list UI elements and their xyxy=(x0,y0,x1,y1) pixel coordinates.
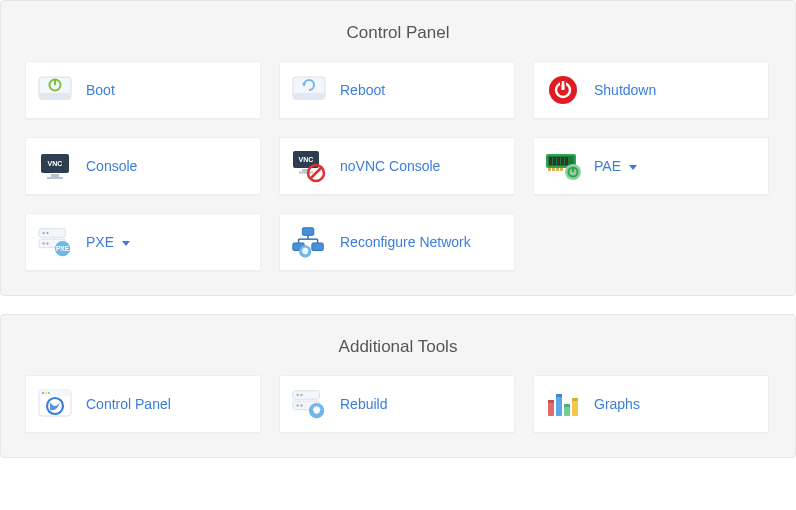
svg-rect-32 xyxy=(560,168,563,171)
additional-tools-grid: Control Panel xyxy=(25,375,771,433)
rebuild-button[interactable]: Rebuild xyxy=(279,375,515,433)
svg-rect-31 xyxy=(556,168,559,171)
svg-rect-44 xyxy=(302,228,313,236)
reboot-icon xyxy=(290,71,328,109)
svg-rect-5 xyxy=(293,93,325,100)
svg-point-38 xyxy=(42,232,44,234)
svg-point-55 xyxy=(42,392,44,394)
boot-button[interactable]: Boot xyxy=(25,61,261,119)
console-label: Console xyxy=(86,158,137,174)
svg-rect-46 xyxy=(312,243,323,251)
control-panel-icon xyxy=(36,385,74,423)
svg-rect-71 xyxy=(548,400,554,403)
section-title: Additional Tools xyxy=(25,327,771,375)
boot-label: Boot xyxy=(86,82,115,98)
section-title: Control Panel xyxy=(25,13,771,61)
svg-rect-1 xyxy=(39,93,71,100)
pxe-dropdown[interactable]: PXE PXE xyxy=(25,213,261,271)
reboot-label: Reboot xyxy=(340,82,385,98)
rebuild-icon xyxy=(290,385,328,423)
svg-rect-14 xyxy=(47,177,63,179)
svg-text:VNC: VNC xyxy=(299,156,314,163)
svg-text:PXE: PXE xyxy=(56,246,70,253)
graphs-label: Graphs xyxy=(594,396,640,412)
graphs-button[interactable]: Graphs xyxy=(533,375,769,433)
svg-point-41 xyxy=(46,242,48,244)
svg-rect-29 xyxy=(548,168,551,171)
control-panel-section: Control Panel Boot xyxy=(0,0,796,296)
svg-point-56 xyxy=(45,392,47,394)
pae-label: PAE xyxy=(594,158,637,174)
reboot-button[interactable]: Reboot xyxy=(279,61,515,119)
svg-rect-25 xyxy=(553,157,556,165)
svg-rect-13 xyxy=(51,174,59,177)
svg-rect-30 xyxy=(552,168,555,171)
svg-rect-24 xyxy=(549,157,552,165)
control-panel-grid: Boot Reboot xyxy=(25,61,771,271)
svg-rect-18 xyxy=(299,172,313,174)
control-panel-label: Control Panel xyxy=(86,396,171,412)
pxe-icon: PXE xyxy=(36,223,74,261)
boot-icon xyxy=(36,71,74,109)
svg-point-62 xyxy=(300,394,302,396)
network-icon xyxy=(290,223,328,261)
reconfigure-network-label: Reconfigure Network xyxy=(340,234,471,250)
page-root: Control Panel Boot xyxy=(0,0,796,458)
pae-icon xyxy=(544,147,582,185)
console-icon: VNC xyxy=(36,147,74,185)
additional-tools-section: Additional Tools Control Panel xyxy=(0,314,796,458)
shutdown-icon xyxy=(544,71,582,109)
novnc-console-button[interactable]: VNC noVNC Console xyxy=(279,137,515,195)
pae-dropdown[interactable]: PAE xyxy=(533,137,769,195)
rebuild-label: Rebuild xyxy=(340,396,387,412)
reconfigure-network-button[interactable]: Reconfigure Network xyxy=(279,213,515,271)
novnc-console-label: noVNC Console xyxy=(340,158,440,174)
svg-rect-28 xyxy=(565,157,568,165)
control-panel-button[interactable]: Control Panel xyxy=(25,375,261,433)
chevron-down-icon xyxy=(629,165,637,170)
svg-rect-74 xyxy=(572,398,578,401)
svg-rect-27 xyxy=(561,157,564,165)
novnc-console-icon: VNC xyxy=(290,147,328,185)
graphs-icon xyxy=(544,385,582,423)
chevron-down-icon xyxy=(122,241,130,246)
pxe-label: PXE xyxy=(86,234,130,250)
svg-rect-26 xyxy=(557,157,560,165)
svg-point-61 xyxy=(296,394,298,396)
svg-rect-68 xyxy=(556,394,562,416)
svg-point-40 xyxy=(42,242,44,244)
svg-point-63 xyxy=(296,404,298,406)
svg-rect-72 xyxy=(556,394,562,397)
shutdown-button[interactable]: Shutdown xyxy=(533,61,769,119)
svg-rect-11 xyxy=(562,81,565,89)
svg-point-39 xyxy=(46,232,48,234)
console-button[interactable]: VNC Console xyxy=(25,137,261,195)
shutdown-label: Shutdown xyxy=(594,82,656,98)
svg-point-64 xyxy=(300,404,302,406)
svg-point-57 xyxy=(48,392,50,394)
svg-text:VNC: VNC xyxy=(48,160,63,167)
svg-rect-73 xyxy=(564,404,570,407)
